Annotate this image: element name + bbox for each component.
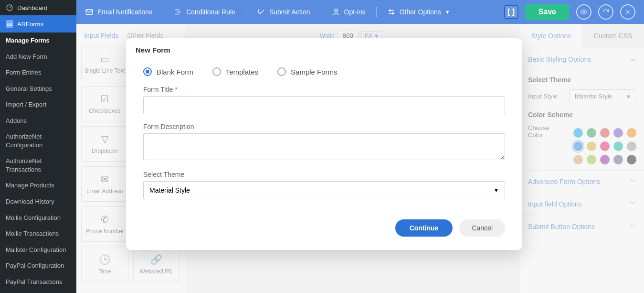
continue-button[interactable]: Continue	[395, 219, 453, 237]
sidebar-item[interactable]: Mollie Configuration	[0, 210, 76, 226]
separator	[246, 7, 246, 17]
email-notifications-tab[interactable]: Email Notifications	[85, 8, 152, 16]
form-description-textarea[interactable]	[143, 133, 505, 160]
arforms-menu[interactable]: aa ARForms	[0, 15, 76, 33]
submit-icon	[257, 8, 265, 16]
form-title-input[interactable]	[143, 96, 505, 114]
dashboard-icon	[6, 4, 13, 11]
sidebar-item[interactable]: Download History	[0, 194, 76, 210]
sidebar-item[interactable]: PayPal Transactions	[0, 274, 76, 290]
dashboard-label: Dashboard	[17, 4, 48, 11]
conditional-rule-tab[interactable]: Conditional Rule	[174, 8, 235, 16]
topbar-label: Email Notifications	[97, 8, 152, 16]
blank-form-radio[interactable]: Blank Form	[143, 67, 193, 76]
dashboard-link[interactable]: Dashboard	[0, 0, 76, 15]
submit-action-tab[interactable]: Submit Action	[257, 8, 310, 16]
svg-point-2	[335, 9, 338, 12]
separator	[163, 7, 163, 17]
svg-point-5	[583, 11, 585, 13]
radio-checked-icon	[143, 67, 152, 76]
sample-forms-radio[interactable]: Sample Forms	[277, 67, 338, 76]
sidebar-item[interactable]: Manage Forms	[0, 33, 76, 49]
templates-radio[interactable]: Templates	[212, 67, 258, 76]
sidebar-item[interactable]: Paypal Pro Configuration	[0, 290, 76, 293]
svg-point-3	[389, 10, 391, 11]
form-description-label: Form Description	[143, 123, 505, 130]
select-theme-label: Select Theme	[143, 171, 505, 178]
radio-label: Sample Forms	[291, 68, 338, 76]
code-toggle-button[interactable]: [ ]	[504, 5, 518, 19]
other-options-tab[interactable]: Other Options ▼	[387, 8, 450, 16]
radio-label: Blank Form	[157, 68, 193, 76]
topbar-label: Submit Action	[269, 8, 310, 16]
optin-icon	[332, 8, 340, 16]
select-theme-dropdown[interactable]: Material Style ▼	[143, 181, 505, 199]
topbar: Email Notifications Conditional Rule Sub…	[76, 0, 644, 24]
sidebar-item[interactable]: Mailster Configuration	[0, 242, 76, 258]
radio-icon	[212, 67, 221, 76]
separator	[321, 7, 321, 17]
sidebar-item[interactable]: Addons	[0, 113, 76, 129]
radio-label: Templates	[226, 68, 258, 76]
mail-icon	[85, 8, 94, 16]
cancel-button[interactable]: Cancel	[459, 219, 505, 237]
admin-sidebar: Dashboard aa ARForms Manage FormsAdd New…	[0, 0, 76, 293]
arforms-logo-icon: aa	[6, 20, 13, 28]
radio-icon	[277, 67, 286, 76]
sidebar-item[interactable]: Manage Products	[0, 177, 76, 194]
conditional-icon	[174, 8, 182, 16]
form-title-label: Form Title *	[143, 86, 505, 93]
opt-ins-tab[interactable]: Opt-ins	[332, 8, 366, 16]
modal-title: New Form	[126, 38, 522, 60]
sidebar-item[interactable]: AuthorizeNet Transactions	[0, 153, 76, 177]
refresh-button[interactable]	[598, 4, 613, 20]
sidebar-item[interactable]: AuthorizeNet Configuration	[0, 129, 76, 153]
select-theme-value: Material Style	[149, 186, 190, 194]
preview-button[interactable]	[576, 4, 591, 20]
sidebar-item[interactable]: Mollie Transactions	[0, 226, 76, 242]
sidebar-item[interactable]: Add New Form	[0, 49, 76, 65]
settings-icon	[387, 8, 396, 16]
sidebar-item[interactable]: Import / Export	[0, 97, 76, 113]
close-button[interactable]	[620, 4, 635, 20]
separator	[376, 7, 377, 17]
topbar-label: Opt-ins	[344, 8, 366, 16]
new-form-modal: New Form Blank Form Templates Sample For…	[126, 38, 522, 250]
topbar-label: Conditional Rule	[186, 8, 235, 16]
chevron-down-icon: ▼	[445, 9, 450, 15]
save-button[interactable]: Save	[525, 4, 570, 20]
chevron-down-icon: ▼	[494, 187, 499, 193]
topbar-label: Other Options	[400, 8, 441, 16]
svg-point-4	[392, 13, 393, 14]
sidebar-item[interactable]: Form Entries	[0, 65, 76, 81]
arforms-label: ARForms	[17, 21, 43, 28]
sidebar-item[interactable]: General Settings	[0, 81, 76, 97]
sidebar-item[interactable]: PayPal Configuration	[0, 258, 76, 274]
